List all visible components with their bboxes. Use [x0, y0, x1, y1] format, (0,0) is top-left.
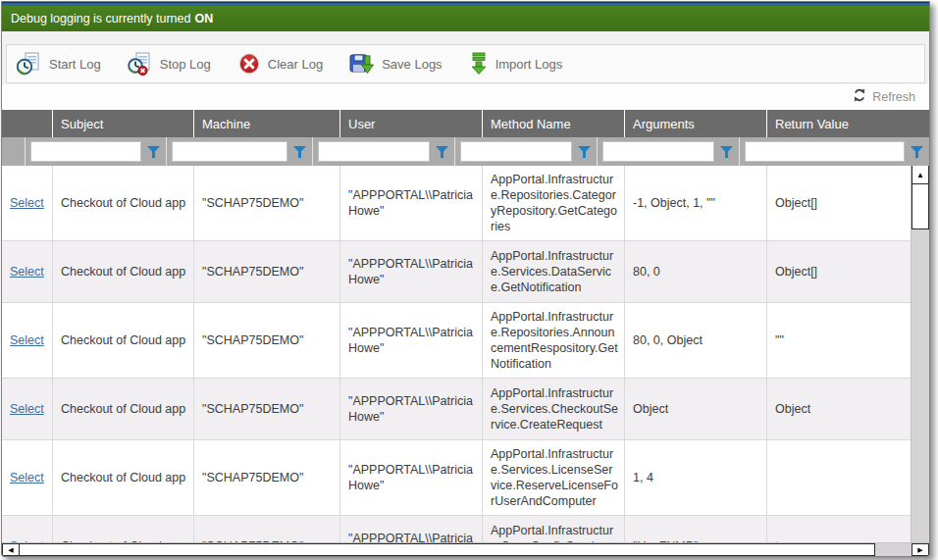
stop-log-button[interactable]: Stop Log — [128, 52, 211, 76]
import-logs-button[interactable]: Import Logs — [469, 52, 563, 76]
table-row: Select Checkout of Cloud app "SCHAP75DEM… — [2, 166, 911, 241]
select-link[interactable]: Select — [10, 195, 44, 211]
select-cell: Select — [2, 440, 53, 515]
filter-funnel-icon[interactable] — [147, 146, 160, 158]
method-name-cell: AppPortal.Infrastructure.Core.ConfigServ… — [483, 516, 625, 542]
return-value-cell: Object[] — [767, 166, 911, 240]
user-cell: "APPPORTAL\\PatriciaHowe" — [340, 516, 483, 542]
subject-cell: Checkout of Cloud app — [53, 516, 194, 542]
arguments-cell: 1, 4 — [625, 440, 767, 515]
user-cell: "APPPORTAL\\PatriciaHowe" — [340, 241, 483, 302]
vertical-scrollbar-thumb[interactable] — [912, 184, 929, 229]
filter-cell-subject — [26, 137, 167, 166]
table-row: Select Checkout of Cloud app "SCHAP75DEM… — [2, 440, 911, 516]
column-header-method-name[interactable]: Method Name — [483, 110, 625, 137]
save-logs-icon — [349, 52, 375, 76]
scroll-up-arrow-icon[interactable]: ▲ — [912, 166, 929, 184]
return-value-cell — [767, 440, 911, 515]
machine-cell: "SCHAP75DEMO" — [194, 440, 340, 515]
method-name-cell: AppPortal.Infrastructure.Repositories.Ca… — [483, 166, 625, 240]
return-value-cell: true — [767, 516, 911, 542]
vertical-scrollbar[interactable]: ▲ — [911, 166, 929, 542]
banner-status: ON — [194, 12, 213, 25]
start-log-button[interactable]: Start Log — [17, 52, 101, 76]
banner-message: Debug logging is currently turned — [11, 12, 190, 25]
filter-input-user[interactable] — [318, 141, 430, 162]
toolbar-band: Start Log — [2, 31, 929, 84]
horizontal-scrollbar-track[interactable] — [875, 543, 912, 556]
select-link[interactable]: Select — [10, 264, 44, 280]
start-log-label: Start Log — [49, 57, 101, 72]
debug-log-window: Debug logging is currently turned ON — [1, 1, 930, 557]
select-cell: Select — [2, 516, 53, 542]
subject-cell: Checkout of Cloud app — [53, 440, 194, 515]
filter-cell-return-value — [740, 137, 929, 166]
column-header-machine[interactable]: Machine — [194, 110, 340, 137]
select-link[interactable]: Select — [10, 401, 44, 417]
scroll-right-arrow-icon[interactable]: ▶ — [912, 543, 929, 556]
select-cell: Select — [2, 303, 53, 378]
refresh-button[interactable]: Refresh — [853, 88, 915, 106]
horizontal-scrollbar[interactable]: ◀ ▶ — [2, 542, 929, 556]
arguments-cell: Object — [625, 379, 767, 439]
grid-body: Select Checkout of Cloud app "SCHAP75DEM… — [2, 166, 929, 542]
select-link[interactable]: Select — [10, 332, 44, 348]
start-log-icon — [17, 52, 42, 76]
machine-cell: "SCHAP75DEMO" — [194, 241, 340, 302]
save-logs-label: Save Logs — [382, 57, 442, 72]
filter-input-subject[interactable] — [30, 141, 141, 162]
arguments-cell: 80, 0 — [625, 241, 767, 302]
select-cell: Select — [2, 166, 53, 240]
refresh-label: Refresh — [872, 90, 915, 104]
debug-status-banner: Debug logging is currently turned ON — [2, 6, 929, 31]
filter-funnel-icon[interactable] — [293, 146, 306, 158]
filter-funnel-icon[interactable] — [578, 146, 591, 158]
user-cell: "APPPORTAL\\PatriciaHowe" — [340, 303, 483, 378]
import-logs-label: Import Logs — [495, 57, 563, 72]
select-cell: Select — [2, 379, 53, 439]
clear-log-icon — [237, 52, 261, 76]
refresh-strip: Refresh — [2, 84, 929, 110]
filter-cell-arguments — [598, 137, 740, 166]
table-row: Select Checkout of Cloud app "SCHAP75DEM… — [2, 379, 911, 440]
grid-header-row: Subject Machine User Method Name Argumen… — [2, 110, 929, 137]
save-logs-button[interactable]: Save Logs — [349, 52, 442, 76]
select-cell: Select — [2, 241, 53, 302]
column-header-return-value[interactable]: Return Value — [767, 110, 929, 137]
filter-input-arguments[interactable] — [602, 141, 714, 162]
filter-cell-user — [313, 137, 455, 166]
column-header-subject[interactable]: Subject — [53, 110, 194, 137]
filter-cell-method-name — [455, 137, 598, 166]
machine-cell: "SCHAP75DEMO" — [194, 303, 340, 378]
select-link[interactable]: Select — [10, 538, 44, 543]
filter-funnel-icon[interactable] — [911, 146, 923, 158]
filter-funnel-icon[interactable] — [720, 146, 733, 158]
stop-log-label: Stop Log — [160, 57, 211, 72]
method-name-cell: AppPortal.Infrastructure.Services.Checko… — [483, 379, 625, 439]
filter-funnel-icon[interactable] — [436, 146, 448, 158]
log-toolbar: Start Log — [6, 44, 925, 83]
column-header-select — [2, 110, 53, 137]
table-row: Select Checkout of Cloud app "SCHAP75DEM… — [2, 241, 911, 303]
machine-cell: "SCHAP75DEMO" — [194, 166, 340, 240]
clear-log-button[interactable]: Clear Log — [237, 52, 323, 76]
user-cell: "APPPORTAL\\PatriciaHowe" — [340, 440, 483, 515]
arguments-cell: "UseFNMP" — [625, 516, 767, 542]
filter-cell-select — [2, 137, 26, 166]
scroll-left-arrow-icon[interactable]: ◀ — [2, 543, 20, 556]
filter-cell-machine — [167, 137, 313, 166]
return-value-cell: Object[] — [767, 241, 911, 302]
column-header-arguments[interactable]: Arguments — [625, 110, 767, 137]
column-header-user[interactable]: User — [340, 110, 483, 137]
filter-input-return-value[interactable] — [745, 141, 905, 162]
filter-input-method-name[interactable] — [460, 141, 572, 162]
subject-cell: Checkout of Cloud app — [53, 379, 194, 439]
subject-cell: Checkout of Cloud app — [53, 303, 194, 378]
machine-cell: "SCHAP75DEMO" — [194, 516, 340, 542]
filter-input-machine[interactable] — [172, 141, 287, 162]
method-name-cell: AppPortal.Infrastructure.Services.DataSe… — [483, 241, 625, 302]
select-link[interactable]: Select — [10, 470, 44, 485]
machine-cell: "SCHAP75DEMO" — [194, 379, 340, 439]
horizontal-scrollbar-thumb[interactable] — [20, 543, 875, 556]
subject-cell: Checkout of Cloud app — [53, 166, 194, 240]
